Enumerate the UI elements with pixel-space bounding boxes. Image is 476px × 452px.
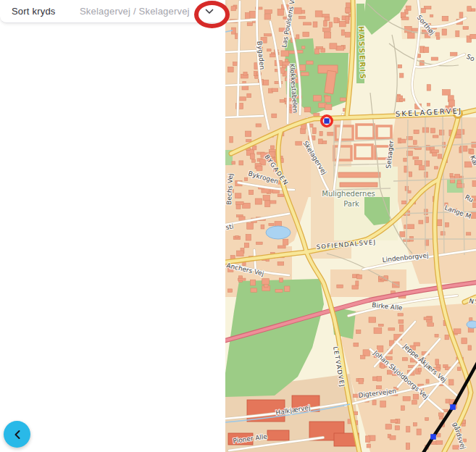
- map[interactable]: BygadenLas Poulsens VejKlokkestabelenHAS…: [225, 0, 476, 452]
- page-title: Sort kryds: [12, 6, 56, 17]
- collapse-panel-button[interactable]: [4, 421, 30, 448]
- chevron-down-icon: [205, 9, 214, 14]
- dropdown-chevron-button[interactable]: [201, 4, 218, 20]
- marker-square: [324, 118, 329, 123]
- route-vertex-handle[interactable]: [430, 434, 436, 440]
- chevron-left-icon: [13, 430, 22, 440]
- intersection-dropdown-value[interactable]: Skelagervej / Skelagervej: [80, 6, 190, 17]
- header-bar: Sort kryds Skelagervej / Skelagervej: [0, 0, 225, 23]
- route-vertex-handle[interactable]: [450, 404, 456, 410]
- side-panel: [0, 0, 225, 452]
- map-label: sti: [225, 223, 234, 231]
- map-label: Mulighedernes: [322, 190, 375, 198]
- map-label: Park: [343, 200, 359, 208]
- intersection-marker[interactable]: [322, 116, 332, 126]
